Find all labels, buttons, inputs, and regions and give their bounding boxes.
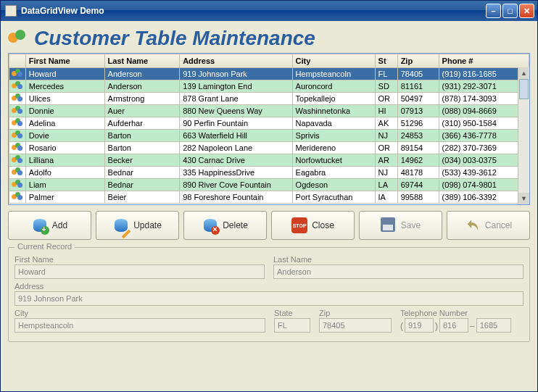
col-zip[interactable]: Zip	[397, 54, 439, 68]
titlebar[interactable]: DataGridView Demo – □ ✕	[1, 1, 537, 21]
cell-last[interactable]: Aufderhar	[104, 117, 180, 130]
cell-phone[interactable]: (878) 174-3093	[439, 93, 529, 105]
last-name-field[interactable]	[273, 264, 523, 279]
col-first-name[interactable]: First Name	[25, 54, 104, 68]
cell-phone[interactable]: (310) 950-1584	[439, 117, 529, 130]
cell-last[interactable]: Barton	[104, 130, 180, 142]
cell-zip[interactable]: 69744	[397, 179, 439, 191]
minimize-button[interactable]: –	[486, 4, 501, 18]
cell-zip[interactable]: 51296	[397, 117, 439, 130]
cell-st[interactable]: LA	[375, 179, 397, 191]
cell-city[interactable]: Eagabra	[292, 167, 375, 179]
window-close-button[interactable]: ✕	[519, 4, 534, 18]
row-header[interactable]	[9, 68, 26, 80]
cell-st[interactable]: NJ	[375, 167, 397, 179]
close-button[interactable]: STOP Close	[271, 211, 355, 240]
col-phone[interactable]: Phone #	[439, 54, 529, 68]
cell-first[interactable]: Lilliana	[25, 154, 104, 167]
cell-zip[interactable]: 07913	[397, 105, 439, 117]
table-row[interactable]: MercedesAnderson139 Lamington EndAuronco…	[9, 80, 529, 93]
row-header-corner[interactable]	[9, 54, 26, 68]
cell-st[interactable]: HI	[375, 105, 397, 117]
cell-address[interactable]: 919 Johnson Park	[180, 68, 292, 80]
scroll-up-arrow[interactable]: ▲	[518, 67, 529, 79]
cell-address[interactable]: 890 River Cove Fountain	[180, 179, 292, 191]
phone-area-field[interactable]	[405, 318, 434, 333]
phone-num-field[interactable]	[476, 318, 511, 333]
first-name-field[interactable]	[15, 264, 265, 279]
cell-address[interactable]: 90 Perfin Fountain	[180, 117, 292, 130]
cell-city[interactable]: Sprivis	[292, 130, 375, 142]
cell-last[interactable]: Bednar	[104, 179, 180, 191]
cell-address[interactable]: 880 New Queens Way	[180, 105, 292, 117]
cell-first[interactable]: Howard	[25, 68, 104, 80]
data-grid[interactable]: First Name Last Name Address City St Zip…	[8, 53, 530, 205]
row-header[interactable]	[9, 93, 26, 105]
cell-first[interactable]: Adolfo	[25, 167, 104, 179]
row-header[interactable]	[9, 130, 26, 142]
row-header[interactable]	[9, 80, 26, 93]
cell-last[interactable]: Bednar	[104, 167, 180, 179]
cell-zip[interactable]: 14962	[397, 154, 439, 167]
cell-zip[interactable]: 78405	[397, 68, 439, 80]
cell-address[interactable]: 139 Lamington End	[180, 80, 292, 93]
cell-first[interactable]: Liam	[25, 179, 104, 191]
table-row[interactable]: UlicesArmstrong878 Grant LaneTopekallejo…	[9, 93, 529, 105]
table-row[interactable]: HowardAnderson919 Johnson ParkHempsteanc…	[9, 68, 529, 80]
phone-exch-field[interactable]	[439, 318, 468, 333]
cell-st[interactable]: AK	[375, 117, 397, 130]
row-header[interactable]	[9, 167, 26, 179]
cell-city[interactable]: Norfowtucket	[292, 154, 375, 167]
cell-phone[interactable]: (282) 370-7369	[439, 142, 529, 154]
row-header[interactable]	[9, 142, 26, 154]
header-row[interactable]: First Name Last Name Address City St Zip…	[9, 54, 529, 68]
address-field[interactable]	[15, 291, 523, 306]
add-button[interactable]: Add	[8, 211, 91, 240]
cell-first[interactable]: Mercedes	[25, 80, 104, 93]
cell-last[interactable]: Auer	[104, 105, 180, 117]
cell-city[interactable]: Auroncord	[292, 80, 375, 93]
row-header[interactable]	[9, 179, 26, 191]
cell-city[interactable]: Port Syracuthan	[292, 191, 375, 204]
cell-phone[interactable]: (034) 003-0375	[439, 154, 529, 167]
col-state[interactable]: St	[375, 54, 397, 68]
cell-address[interactable]: 663 Waterfield Hill	[180, 130, 292, 142]
cell-zip[interactable]: 24853	[397, 130, 439, 142]
update-button[interactable]: Update	[96, 211, 179, 240]
cell-zip[interactable]: 89154	[397, 142, 439, 154]
cell-last[interactable]: Armstrong	[104, 93, 180, 105]
cell-phone[interactable]: (366) 436-7778	[439, 130, 529, 142]
maximize-button[interactable]: □	[502, 4, 518, 18]
cell-city[interactable]: Washinnetonka	[292, 105, 375, 117]
cell-phone[interactable]: (931) 292-3071	[439, 80, 529, 93]
cell-first[interactable]: Adelina	[25, 117, 104, 130]
row-header[interactable]	[9, 105, 26, 117]
table-row[interactable]: LillianaBecker430 Carnac DriveNorfowtuck…	[9, 154, 529, 167]
cell-address[interactable]: 282 Napoleon Lane	[180, 142, 292, 154]
cell-st[interactable]: AR	[375, 154, 397, 167]
table-row[interactable]: AdolfoBednar335 HappinessDriveEagabraNJ4…	[9, 167, 529, 179]
cell-phone[interactable]: (533) 439-3612	[439, 167, 529, 179]
row-header[interactable]	[9, 154, 26, 167]
cell-st[interactable]: FL	[375, 68, 397, 80]
state-field[interactable]	[274, 318, 310, 333]
col-city[interactable]: City	[292, 54, 375, 68]
city-field[interactable]	[15, 318, 265, 333]
cell-phone[interactable]: (088) 094-8669	[439, 105, 529, 117]
cell-city[interactable]: Ogdeson	[292, 179, 375, 191]
cell-address[interactable]: 430 Carnac Drive	[180, 154, 292, 167]
cell-last[interactable]: Becker	[104, 154, 180, 167]
table-row[interactable]: DonnieAuer880 New Queens WayWashinnetonk…	[9, 105, 529, 117]
delete-button[interactable]: Delete	[183, 211, 267, 240]
row-header[interactable]	[9, 117, 26, 130]
cell-city[interactable]: Hempsteancoln	[292, 68, 375, 80]
cell-st[interactable]: OR	[375, 142, 397, 154]
vertical-scrollbar[interactable]: ▲ ▼	[518, 67, 529, 204]
cell-address[interactable]: 878 Grant Lane	[180, 93, 292, 105]
cell-last[interactable]: Anderson	[104, 68, 180, 80]
cell-st[interactable]: IA	[375, 191, 397, 204]
cell-phone[interactable]: (389) 106-3392	[439, 191, 529, 204]
col-address[interactable]: Address	[180, 54, 292, 68]
scroll-down-arrow[interactable]: ▼	[518, 193, 529, 204]
cell-zip[interactable]: 81161	[397, 80, 439, 93]
